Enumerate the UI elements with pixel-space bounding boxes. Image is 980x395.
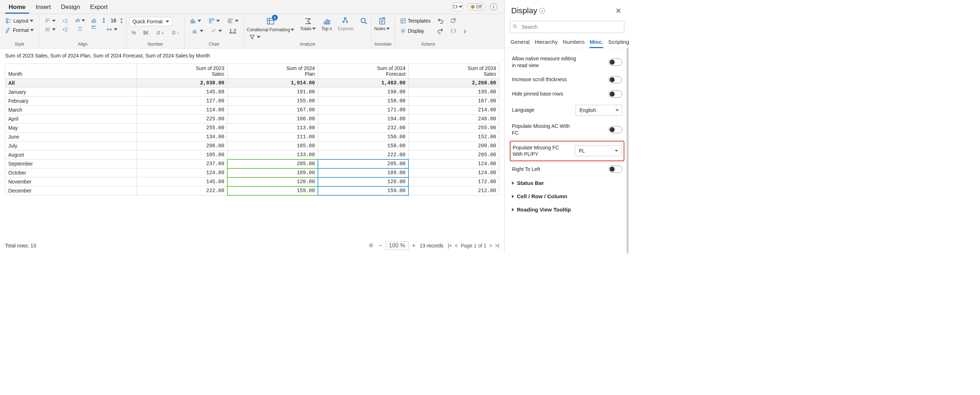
cell[interactable]: June [5,133,137,141]
chart-bar-icon[interactable] [190,27,205,35]
col-2024-sales[interactable]: Sum of 2024Sales [409,64,499,79]
cell[interactable]: 195.00 [409,87,499,97]
cell[interactable]: 205.00 [318,159,409,168]
cell[interactable]: October [5,168,137,178]
spin-down-icon[interactable]: ▼ [120,21,123,24]
col-month[interactable]: Month [5,64,137,79]
table-row-all[interactable]: All2,039.001,914.001,483.002,268.00 [5,79,500,87]
table-row[interactable]: October124.00189.00189.00124.00 [5,168,500,178]
cell[interactable]: 127.00 [137,97,228,106]
table-row[interactable]: August105.00133.00222.00205.00 [5,151,500,159]
autosave-toggle[interactable]: Off [467,3,486,10]
column-width-icon[interactable] [104,25,119,33]
cell[interactable]: 200.00 [409,141,499,151]
panel-body[interactable]: Allow native measure editing in read vie… [505,48,629,254]
ptab-general[interactable]: General [511,36,530,48]
select-language[interactable]: English [576,105,622,116]
toggle-native-edit[interactable] [609,59,622,66]
cell[interactable]: 185.00 [228,141,318,151]
cell[interactable]: August [5,151,137,159]
cell[interactable]: 124.00 [409,168,499,178]
table-view-icon[interactable] [453,3,463,11]
cell[interactable]: September [5,159,137,168]
explorer-button[interactable]: Explorer [338,17,354,31]
cell[interactable]: December [5,186,137,195]
cell[interactable]: 145.00 [137,87,228,97]
panel-search-input[interactable] [510,21,624,33]
cell[interactable]: 198.00 [318,87,409,97]
notes-button[interactable]: Notes [374,17,390,31]
cell[interactable]: November [5,178,137,186]
table-row[interactable]: November145.00120.00120.00172.00 [5,178,500,186]
cell[interactable]: 158.00 [318,141,409,151]
page-next-icon[interactable]: > [489,243,492,249]
ribbon-overflow-icon[interactable]: › [461,27,468,36]
cell[interactable]: 1,483.00 [318,79,409,87]
cell[interactable]: 105.00 [137,151,228,159]
align-middle-icon[interactable] [42,25,58,33]
cell[interactable]: 186.00 [228,114,318,124]
cell[interactable]: March [5,106,137,114]
table-row[interactable]: January145.00191.00198.00195.00 [5,87,500,97]
chart-type1-icon[interactable] [188,17,203,25]
currency-icon[interactable]: $€ [141,29,151,36]
cell[interactable]: 214.00 [409,106,499,114]
increase-decimal-icon[interactable]: .0+ [154,29,166,36]
decrease-decimal-icon[interactable]: .0− [169,29,181,36]
section-reading-tooltip[interactable]: Reading View Tooltip [511,203,624,216]
cell[interactable]: 191.00 [228,87,318,97]
indent-decrease-icon[interactable] [60,17,71,25]
tab-home[interactable]: Home [3,0,30,14]
align-top-icon[interactable] [42,17,58,25]
toggle-scroll[interactable] [609,76,622,83]
toggle-pop-ac[interactable] [609,126,622,133]
cell[interactable]: January [5,87,137,97]
cell[interactable]: 206.00 [137,141,228,151]
panel-info-icon[interactable]: i [539,8,545,14]
action-icon-2[interactable] [448,27,459,35]
page-first-icon[interactable]: |< [448,243,452,249]
layout-button[interactable]: Layout [3,17,35,25]
table-row[interactable]: July206.00185.00158.00200.00 [5,141,500,151]
cell[interactable]: May [5,124,137,133]
ptab-hierarchy[interactable]: Hierarchy [535,36,558,48]
zoom-value[interactable]: 100 % [386,241,409,250]
col-2023-sales[interactable]: Sum of 2023Sales [137,64,228,79]
decimal-places-button[interactable]: 1.2 [227,27,238,35]
chart-type2-icon[interactable] [206,17,222,25]
cell[interactable]: All [5,79,137,87]
cell[interactable]: July [5,141,137,151]
spin-up-icon[interactable]: ▲ [120,17,123,21]
cell[interactable]: 159.00 [318,186,409,195]
cell[interactable]: 205.00 [409,151,499,159]
cell[interactable]: 133.00 [228,151,318,159]
wrap-text-ab2-icon[interactable]: ab↩ [89,17,99,30]
cell[interactable]: 171.00 [318,106,409,114]
font-size-input[interactable] [108,17,119,23]
page-last-icon[interactable]: >| [495,243,500,249]
tab-design[interactable]: Design [56,0,85,14]
conditional-formatting-button[interactable]: 6 Conditional Formatting [247,17,294,32]
cell[interactable]: 194.00 [318,114,409,124]
cell[interactable]: 237.00 [137,159,228,168]
distribute-icon[interactable] [75,25,86,33]
table-row[interactable]: April225.00186.00194.00248.00 [5,114,500,124]
cell[interactable]: 158.00 [318,97,409,106]
ptab-numbers[interactable]: Numbers [563,36,585,48]
cell[interactable]: 1,914.00 [228,79,318,87]
totals-button[interactable]: Totals [300,17,315,31]
templates-button[interactable]: Templates [398,17,433,25]
indent-increase-icon[interactable] [60,25,71,33]
cell[interactable]: 120.00 [318,178,409,186]
action-icon-1[interactable] [448,17,459,25]
cell[interactable]: 167.00 [228,106,318,114]
cell[interactable]: April [5,114,137,124]
section-cell-row[interactable]: Cell / Row / Column [511,190,624,203]
tab-export[interactable]: Export [85,0,113,14]
zoom-out-icon[interactable]: − [379,243,382,249]
toggle-hide-pinned[interactable] [609,90,622,98]
cell[interactable]: 189.00 [228,168,318,178]
info-icon[interactable]: i [490,3,497,10]
cell[interactable]: 145.00 [137,178,228,186]
cell[interactable]: 159.00 [228,186,318,195]
